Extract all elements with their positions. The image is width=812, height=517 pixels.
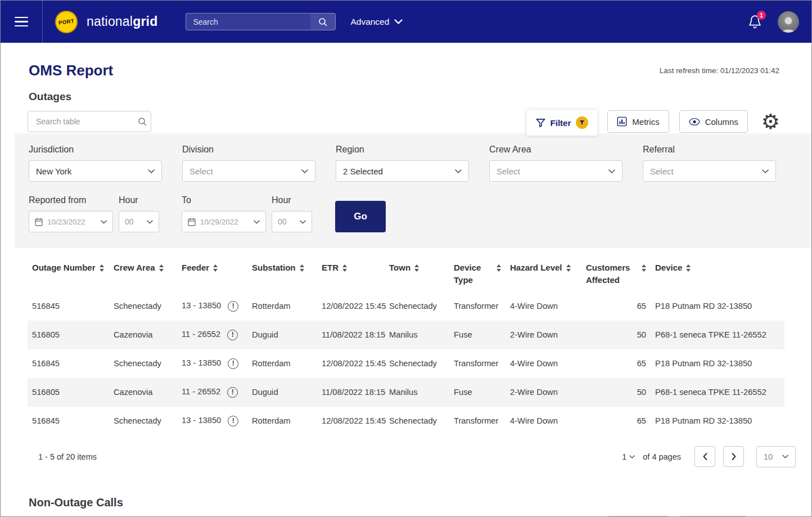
chevron-left-icon bbox=[703, 453, 707, 460]
warning-icon[interactable]: ! bbox=[228, 301, 238, 312]
previous-page-button[interactable] bbox=[694, 446, 715, 467]
columns-button-label: Columns bbox=[705, 117, 738, 127]
cell-town: Manilus bbox=[385, 378, 449, 407]
from-hour-value: 00 bbox=[125, 217, 134, 226]
table-row[interactable]: 516805 Cazenovia 11 - 26552! Duguid 11/0… bbox=[28, 321, 784, 349]
sort-icon[interactable] bbox=[642, 264, 646, 272]
column-header-customers-affected[interactable]: Customers Affected bbox=[581, 251, 651, 292]
page-title: OMS Report bbox=[29, 62, 113, 79]
reported-from-group: Reported from 10/23/2022 bbox=[29, 195, 113, 232]
column-header-etr[interactable]: ETR bbox=[317, 251, 385, 292]
outages-header-row: Outage Number Crew Area Feeder Substatio… bbox=[28, 251, 784, 292]
metrics-button[interactable]: Metrics bbox=[607, 110, 669, 133]
cell-crew-area: Schenectady bbox=[109, 292, 177, 321]
global-search-button[interactable] bbox=[310, 14, 335, 30]
page-size-select[interactable]: 10 bbox=[756, 446, 796, 467]
crew-area-select[interactable]: Select bbox=[489, 160, 622, 182]
next-page-button[interactable] bbox=[723, 446, 744, 467]
cell-crew-area: Cazenovia bbox=[109, 378, 177, 407]
columns-button[interactable]: Columns bbox=[679, 110, 748, 133]
table-row[interactable]: 516805 Cazenovia 11 - 26552! Duguid 11/0… bbox=[28, 378, 784, 407]
filter-field-region: Region 2 Selected bbox=[336, 145, 469, 182]
sort-icon[interactable] bbox=[686, 264, 691, 272]
warning-icon[interactable]: ! bbox=[228, 358, 238, 369]
cell-crew-area: Schenectady bbox=[109, 407, 177, 435]
to-hour-select[interactable]: 00 bbox=[272, 211, 312, 232]
table-row[interactable]: 516845 Schenectady 13 - 13850! Rotterdam… bbox=[28, 349, 784, 378]
cell-feeder: 11 - 26552! bbox=[177, 321, 247, 349]
chevron-down-icon bbox=[762, 169, 769, 173]
outages-search-input[interactable] bbox=[36, 117, 138, 126]
column-header-outage-number[interactable]: Outage Number bbox=[28, 251, 109, 292]
referral-value: Select bbox=[650, 167, 674, 176]
cell-device-type: Fuse bbox=[449, 321, 506, 349]
reported-from-date-picker[interactable]: 10/23/2022 bbox=[29, 211, 113, 232]
settings-gear-icon[interactable]: ⚙ bbox=[761, 111, 780, 132]
filter-button[interactable]: Filter bbox=[527, 110, 598, 136]
column-header-hazard-level[interactable]: Hazard Level bbox=[506, 251, 581, 292]
sort-icon[interactable] bbox=[342, 264, 347, 272]
advanced-label: Advanced bbox=[350, 17, 389, 27]
warning-icon[interactable]: ! bbox=[227, 387, 238, 398]
reported-from-value: 10/23/2022 bbox=[47, 218, 96, 226]
sort-icon[interactable] bbox=[213, 264, 218, 272]
menu-icon[interactable] bbox=[1, 1, 43, 43]
chevron-down-icon bbox=[394, 19, 403, 24]
outages-toolbar: Filter Metrics Columns ⚙ bbox=[28, 110, 780, 133]
sort-icon[interactable] bbox=[159, 264, 164, 272]
current-page-select[interactable]: 1 bbox=[622, 452, 635, 461]
cell-customers-affected: 65 bbox=[581, 292, 651, 321]
sort-icon[interactable] bbox=[414, 264, 419, 272]
cell-substation: Rotterdam bbox=[247, 292, 317, 321]
to-hour-group: Hour 00 bbox=[272, 195, 312, 232]
cell-device: P68-1 seneca TPKE 11-26552 bbox=[651, 321, 784, 349]
column-header-device[interactable]: Device bbox=[651, 251, 784, 292]
sort-icon[interactable] bbox=[497, 264, 501, 272]
warning-icon[interactable]: ! bbox=[228, 416, 238, 426]
column-header-town[interactable]: Town bbox=[385, 251, 449, 292]
current-page-value: 1 bbox=[622, 452, 626, 461]
chevron-down-icon bbox=[608, 169, 615, 173]
cell-hazard-level: 4-Wire Down bbox=[506, 349, 581, 378]
warning-icon[interactable]: ! bbox=[227, 330, 238, 340]
sort-icon[interactable] bbox=[300, 264, 304, 272]
cell-outage-number: 516805 bbox=[28, 321, 109, 349]
division-select[interactable]: Select bbox=[182, 160, 315, 182]
table-row[interactable]: 516845 Schenectady 13 - 13850! Rotterdam… bbox=[28, 407, 784, 435]
to-date-picker[interactable]: 10/29/2022 bbox=[182, 211, 266, 232]
division-value: Select bbox=[190, 167, 213, 176]
search-icon bbox=[138, 117, 147, 126]
sort-icon[interactable] bbox=[566, 264, 571, 272]
brand-nationalgrid[interactable]: nationalgrid bbox=[87, 14, 157, 29]
cell-feeder: 13 - 13850! bbox=[177, 292, 247, 321]
avatar[interactable] bbox=[778, 11, 799, 33]
top-navbar: PORT nationalgrid Advanced 1 bbox=[1, 1, 811, 43]
search-icon bbox=[318, 17, 327, 26]
metrics-chart-icon bbox=[617, 116, 627, 127]
advanced-menu[interactable]: Advanced bbox=[350, 17, 403, 27]
navbar-right: 1 bbox=[748, 11, 799, 33]
region-select[interactable]: 2 Selected bbox=[336, 160, 469, 182]
chevron-down-icon bbox=[455, 169, 462, 173]
filter-button-label: Filter bbox=[551, 118, 571, 128]
sort-icon[interactable] bbox=[100, 264, 104, 272]
notifications-button[interactable]: 1 bbox=[748, 14, 762, 29]
calendar-icon bbox=[188, 218, 196, 226]
global-search-input[interactable] bbox=[186, 17, 310, 26]
calendar-icon bbox=[35, 218, 43, 226]
to-hour-value: 00 bbox=[278, 217, 287, 226]
column-header-feeder[interactable]: Feeder bbox=[177, 251, 247, 292]
pagination-controls: 1 of 4 pages 10 bbox=[622, 446, 796, 467]
jurisdiction-select[interactable]: New York bbox=[29, 160, 162, 182]
filter-active-icon bbox=[576, 116, 588, 129]
to-hour-label: Hour bbox=[272, 195, 312, 205]
go-button[interactable]: Go bbox=[335, 201, 386, 232]
referral-select[interactable]: Select bbox=[643, 160, 776, 182]
column-header-crew-area[interactable]: Crew Area bbox=[109, 251, 177, 292]
table-row[interactable]: 516845 Schenectady 13 - 13850! Rotterdam… bbox=[28, 292, 784, 321]
column-header-device-type[interactable]: Device Type bbox=[449, 251, 506, 292]
cell-etr: 12/08/2022 15:45 bbox=[317, 407, 385, 435]
from-hour-select[interactable]: 00 bbox=[119, 211, 159, 232]
jurisdiction-value: New York bbox=[36, 167, 71, 176]
column-header-substation[interactable]: Substation bbox=[247, 251, 317, 292]
